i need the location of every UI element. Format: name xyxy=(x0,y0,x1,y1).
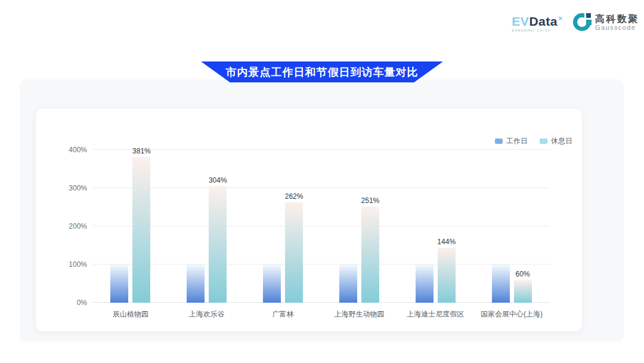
bar-group: 381% xyxy=(92,150,169,303)
header-logos: EVData× SHANGHAI CHINA 高科数聚 Gausscode xyxy=(512,12,639,32)
bar-group: 144% xyxy=(397,150,473,303)
bar-column: 304% xyxy=(209,186,227,303)
bar-group: 262% xyxy=(245,150,321,303)
bar-column xyxy=(110,264,128,303)
gausscode-wordmark: 高科数聚 Gausscode xyxy=(595,14,639,31)
bar-restday[interactable] xyxy=(514,280,532,303)
bar-column: 381% xyxy=(132,157,150,303)
bar-workday[interactable] xyxy=(187,264,205,303)
bar-workday[interactable] xyxy=(339,264,357,303)
bar-column xyxy=(339,264,357,303)
gausscode-logo: 高科数聚 Gausscode xyxy=(572,13,639,32)
banner-ribbon: 市内景点工作日和节假日到访车量对比 xyxy=(201,61,443,82)
bar-restday[interactable] xyxy=(132,157,150,303)
x-category-label: 上海迪士尼度假区 xyxy=(397,307,473,319)
evdata-data-text: Data xyxy=(529,14,558,28)
bar-groups: 381%304%262%251%144%60% xyxy=(92,150,550,303)
bar-group: 60% xyxy=(473,150,550,303)
y-tick-label: 300% xyxy=(69,184,87,192)
evdata-subtitle: SHANGHAI CHINA xyxy=(512,29,563,32)
bar-value-label: 144% xyxy=(437,238,456,246)
x-category-label: 广富林 xyxy=(245,307,321,319)
evdata-x-mark: × xyxy=(558,14,563,23)
gausscode-g-icon xyxy=(572,13,592,32)
bar-column xyxy=(263,264,281,303)
x-category-label: 国家会展中心(上海) xyxy=(473,307,550,319)
page-title: 市内景点工作日和节假日到访车量对比 xyxy=(226,65,419,79)
bar-restday[interactable] xyxy=(209,186,227,303)
bar-column xyxy=(492,264,510,303)
y-tick-label: 100% xyxy=(69,260,87,269)
bar-workday[interactable] xyxy=(263,264,281,303)
bar-value-label: 381% xyxy=(132,147,151,155)
y-tick-label: 400% xyxy=(69,146,87,154)
evdata-ev-text: EV xyxy=(512,14,529,28)
legend-swatch xyxy=(540,139,547,144)
report-page: EVData× SHANGHAI CHINA 高科数聚 Gausscode 市内… xyxy=(0,0,644,363)
bar-column: 60% xyxy=(514,280,532,303)
y-tick-label: 0% xyxy=(77,299,87,307)
legend-item-workday[interactable]: 工作日 xyxy=(495,136,528,146)
bar-column: 144% xyxy=(438,248,456,303)
bar-column: 262% xyxy=(285,202,303,303)
evdata-logo: EVData× SHANGHAI CHINA xyxy=(512,12,563,32)
bar-value-label: 60% xyxy=(516,270,530,278)
legend-item-restday[interactable]: 休息日 xyxy=(540,136,572,146)
chart-legend: 工作日休息日 xyxy=(495,136,572,146)
bar-column: 251% xyxy=(361,207,379,303)
bar-column xyxy=(416,264,434,303)
bar-group: 251% xyxy=(321,150,397,303)
bar-value-label: 251% xyxy=(361,196,380,205)
x-category-label: 上海欢乐谷 xyxy=(169,307,245,319)
bar-group: 304% xyxy=(169,150,245,303)
gausscode-cn-text: 高科数聚 xyxy=(595,14,639,24)
legend-label: 工作日 xyxy=(506,136,528,146)
bar-restday[interactable] xyxy=(438,248,456,303)
y-tick-label: 200% xyxy=(69,222,87,230)
evdata-sub-left: SHANGHAI xyxy=(512,29,535,32)
content-panel: 工作日休息日 0%100%200%300%400% 381%304%262%25… xyxy=(20,79,624,342)
y-axis: 0%100%200%300%400% xyxy=(36,150,87,303)
x-axis-labels: 辰山植物园上海欢乐谷广富林上海野生动物园上海迪士尼度假区国家会展中心(上海) xyxy=(92,307,550,319)
title-banner: 市内景点工作日和节假日到访车量对比 xyxy=(201,61,443,82)
bar-value-label: 304% xyxy=(209,176,227,184)
bar-restday[interactable] xyxy=(361,207,379,303)
plot-area: 381%304%262%251%144%60% xyxy=(92,150,550,303)
legend-swatch xyxy=(495,139,503,144)
g-navy-square xyxy=(586,13,591,18)
gausscode-en-text: Gausscode xyxy=(595,24,639,31)
bar-workday[interactable] xyxy=(416,264,434,303)
x-category-label: 辰山植物园 xyxy=(92,307,169,319)
evdata-wordmark: EVData× xyxy=(512,12,563,27)
bar-workday[interactable] xyxy=(110,264,128,303)
bar-restday[interactable] xyxy=(285,202,303,303)
g-teal-square xyxy=(586,20,592,25)
legend-label: 休息日 xyxy=(551,136,572,146)
bar-workday[interactable] xyxy=(492,264,510,303)
bar-column xyxy=(187,264,205,303)
chart-card: 工作日休息日 0%100%200%300%400% 381%304%262%25… xyxy=(36,109,582,331)
bar-value-label: 262% xyxy=(285,192,304,201)
evdata-sub-right: CHINA xyxy=(537,29,551,32)
x-category-label: 上海野生动物园 xyxy=(321,307,397,319)
